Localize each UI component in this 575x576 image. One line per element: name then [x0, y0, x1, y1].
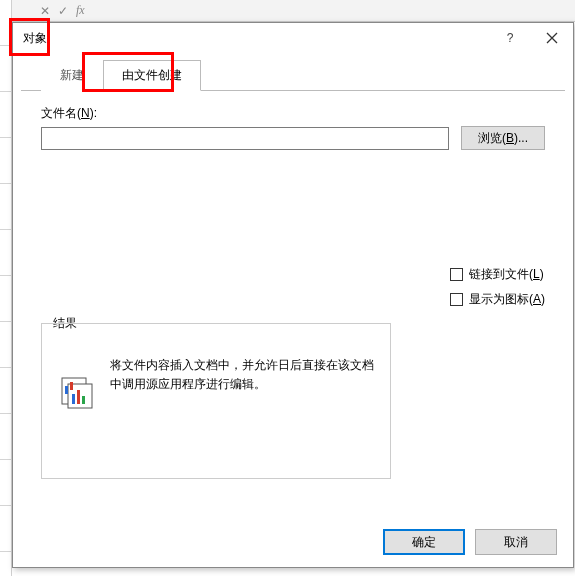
- dialog-title: 对象: [23, 30, 47, 47]
- help-button[interactable]: ?: [489, 23, 531, 53]
- tab-from-file[interactable]: 由文件创建: [103, 60, 201, 91]
- spreadsheet-row-headers: [0, 0, 12, 576]
- tab-new[interactable]: 新建: [41, 60, 103, 91]
- checkbox-icon: [450, 268, 463, 281]
- close-icon: [546, 32, 558, 44]
- filename-input[interactable]: [41, 127, 449, 150]
- dialog-titlebar: 对象 ?: [13, 23, 573, 53]
- checkbox-icon: [450, 293, 463, 306]
- svg-rect-5: [65, 386, 68, 394]
- dialog-body: 文件名(N): 浏览(B)... 链接到文件(L) 显示为图标(A) 结果: [13, 91, 573, 517]
- tabs: 新建 由文件创建: [21, 53, 565, 91]
- svg-rect-2: [72, 394, 75, 404]
- object-dialog: 对象 ? 新建 由文件创建 文件名(N): 浏览(B)... 链接到文件(L): [12, 22, 574, 568]
- svg-rect-3: [77, 390, 80, 404]
- fx-icon: fx: [76, 3, 85, 18]
- result-group: 将文件内容插入文档中，并允许日后直接在该文档中调用源应用程序进行编辑。: [41, 323, 391, 479]
- link-to-file-label: 链接到文件(L): [469, 266, 544, 283]
- svg-rect-4: [82, 396, 85, 404]
- result-description: 将文件内容插入文档中，并允许日后直接在该文档中调用源应用程序进行编辑。: [110, 356, 376, 394]
- ok-button[interactable]: 确定: [383, 529, 465, 555]
- display-as-icon-checkbox[interactable]: 显示为图标(A): [450, 291, 545, 308]
- svg-rect-6: [70, 382, 73, 390]
- cancel-button[interactable]: 取消: [475, 529, 557, 555]
- display-as-icon-label: 显示为图标(A): [469, 291, 545, 308]
- close-button[interactable]: [531, 23, 573, 53]
- link-to-file-checkbox[interactable]: 链接到文件(L): [450, 266, 545, 283]
- cancel-formula-icon: ✕: [40, 4, 50, 18]
- filename-label: 文件名(N):: [41, 105, 545, 122]
- document-embed-icon: [56, 356, 96, 413]
- options: 链接到文件(L) 显示为图标(A): [450, 266, 545, 308]
- formula-bar: ✕ ✓ fx: [12, 0, 575, 22]
- browse-button[interactable]: 浏览(B)...: [461, 126, 545, 150]
- enter-formula-icon: ✓: [58, 4, 68, 18]
- dialog-footer: 确定 取消: [13, 517, 573, 567]
